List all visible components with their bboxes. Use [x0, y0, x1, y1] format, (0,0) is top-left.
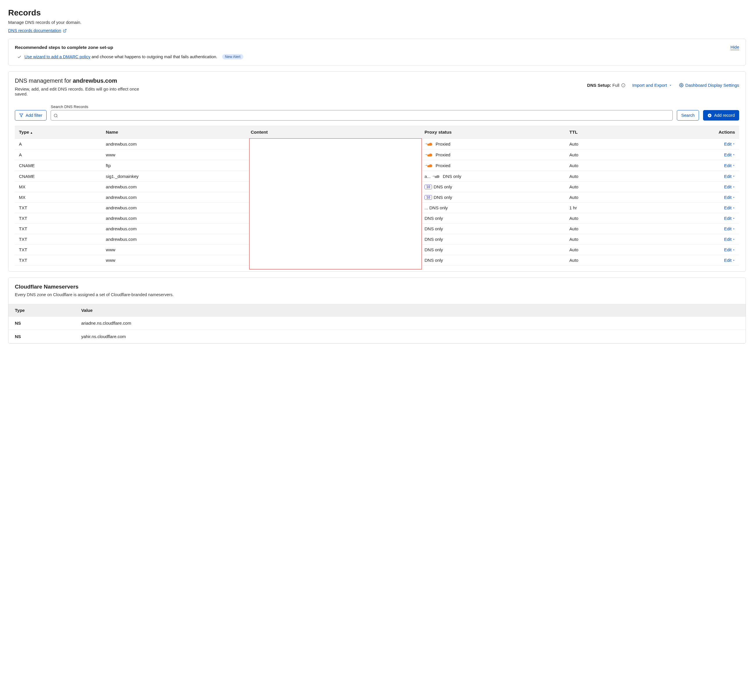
ns-type: NS — [8, 317, 75, 330]
page-subtitle: Manage DNS records of your domain. — [8, 20, 746, 25]
edit-button[interactable]: Edit — [724, 226, 735, 231]
record-name: andrewbus.com — [102, 139, 247, 149]
record-content: 1 — [251, 237, 416, 242]
record-name: andrewbus.com — [102, 182, 247, 192]
caret-right-icon — [733, 259, 735, 262]
proxy-status-text: DNS only — [434, 195, 452, 200]
record-content: a — [251, 163, 416, 168]
edit-button[interactable]: Edit — [724, 195, 735, 200]
management-title: DNS management for andrewbus.com — [15, 77, 149, 84]
record-ttl: Auto — [565, 234, 674, 245]
record-content: a — [251, 226, 416, 231]
info-icon[interactable] — [621, 83, 625, 88]
external-link-icon — [63, 29, 67, 33]
record-content: g — [251, 205, 416, 210]
edit-button[interactable]: Edit — [724, 237, 735, 242]
record-name: www — [102, 255, 247, 266]
dns-records-table: Type▲ Name Content Proxy status TTL Acti… — [15, 126, 739, 266]
column-header-ttl[interactable]: TTL — [565, 126, 674, 139]
add-filter-button[interactable]: Add filter — [15, 110, 47, 120]
record-type: TXT — [15, 234, 102, 245]
search-input[interactable] — [51, 110, 673, 120]
column-header-actions: Actions — [674, 126, 739, 139]
record-type: MX — [15, 192, 102, 203]
table-row: TXTandrewbus.com1DNS onlyAutoEdit — [15, 234, 739, 245]
edit-button[interactable]: Edit — [724, 163, 735, 168]
record-type: CNAME — [15, 160, 102, 171]
record-ttl: Auto — [565, 149, 674, 160]
svg-marker-5 — [20, 114, 23, 117]
record-ttl: Auto — [565, 192, 674, 203]
search-icon — [53, 113, 58, 118]
proxy-status-text: Proxied — [436, 152, 450, 157]
table-row: MXandrewbus.comr10DNS onlyAutoEdit — [15, 182, 739, 192]
cloud-icon — [425, 163, 432, 168]
record-content: v — [251, 216, 416, 221]
record-ttl: Auto — [565, 139, 674, 149]
proxy-status-text: DNS only — [429, 205, 448, 210]
svg-line-0 — [65, 29, 66, 31]
nameservers-table: Type Value NSariadne.ns.cloudflare.comNS… — [8, 304, 746, 343]
caret-right-icon — [733, 206, 735, 209]
svg-point-6 — [54, 114, 57, 117]
management-subtitle: Review, add, and edit DNS records. Edits… — [15, 86, 149, 96]
ns-column-type: Type — [8, 304, 75, 317]
edit-button[interactable]: Edit — [724, 152, 735, 157]
table-row: TXTwwwlDNS onlyAutoEdit — [15, 255, 739, 266]
caret-right-icon — [733, 238, 735, 241]
ns-type: NS — [8, 330, 75, 343]
priority-badge: 10 — [425, 195, 432, 200]
column-header-content[interactable]: Content — [247, 126, 420, 139]
caret-right-icon — [733, 153, 735, 156]
edit-button[interactable]: Edit — [724, 247, 735, 252]
proxy-status-text: DNS only — [425, 247, 443, 252]
record-content: r — [251, 195, 416, 200]
hide-button[interactable]: Hide — [731, 45, 739, 50]
dns-management-card: DNS management for andrewbus.com Review,… — [8, 71, 746, 272]
ns-value: ariadne.ns.cloudflare.com — [75, 317, 746, 330]
wizard-link[interactable]: Use wizard to add a DMARC policy — [25, 55, 90, 59]
nameservers-subtitle: Every DNS zone on Cloudflare is assigned… — [15, 292, 739, 297]
record-type: CNAME — [15, 171, 102, 182]
add-record-button[interactable]: Add record — [703, 110, 739, 120]
proxy-status-text: DNS only — [443, 174, 461, 179]
column-header-type[interactable]: Type▲ — [15, 126, 102, 139]
search-button[interactable]: Search — [677, 110, 699, 120]
table-row: TXTwww3DNS onlyAutoEdit — [15, 245, 739, 255]
record-ttl: Auto — [565, 245, 674, 255]
page-title: Records — [8, 8, 746, 17]
edit-button[interactable]: Edit — [724, 174, 735, 179]
edit-button[interactable]: Edit — [724, 216, 735, 221]
edit-button[interactable]: Edit — [724, 184, 735, 189]
column-header-name[interactable]: Name — [102, 126, 247, 139]
proxy-status-text: Proxied — [436, 163, 450, 168]
record-name: sig1._domainkey — [102, 171, 247, 182]
new-alert-badge: New Alert — [222, 54, 244, 59]
column-header-proxy[interactable]: Proxy status — [420, 126, 565, 139]
svg-line-7 — [57, 116, 58, 117]
plus-circle-icon — [707, 113, 712, 118]
record-type: MX — [15, 182, 102, 192]
caret-right-icon — [733, 217, 735, 220]
edit-button[interactable]: Edit — [724, 142, 735, 147]
caret-right-icon — [733, 164, 735, 167]
docs-link[interactable]: DNS records documentation — [8, 28, 67, 33]
table-row: MXandrewbus.comr10DNS onlyAutoEdit — [15, 192, 739, 203]
dns-setup-value: Full — [612, 83, 625, 88]
record-type: TXT — [15, 203, 102, 213]
cloud-icon — [425, 141, 432, 147]
import-export-button[interactable]: Import and Export — [632, 83, 672, 88]
record-name: ftp — [102, 160, 247, 171]
record-content: l — [251, 258, 416, 262]
proxy-status-text: DNS only — [434, 184, 452, 189]
caret-right-icon — [733, 227, 735, 230]
check-icon — [17, 55, 22, 59]
edit-button[interactable]: Edit — [724, 258, 735, 262]
record-ttl: Auto — [565, 160, 674, 171]
table-row: Aandrewbus.comProxiedAutoEdit — [15, 139, 739, 149]
record-name: www — [102, 245, 247, 255]
edit-button[interactable]: Edit — [724, 205, 735, 210]
record-content: s — [251, 174, 416, 179]
record-name: andrewbus.com — [102, 234, 247, 245]
display-settings-button[interactable]: Dashboard Display Settings — [679, 83, 739, 88]
